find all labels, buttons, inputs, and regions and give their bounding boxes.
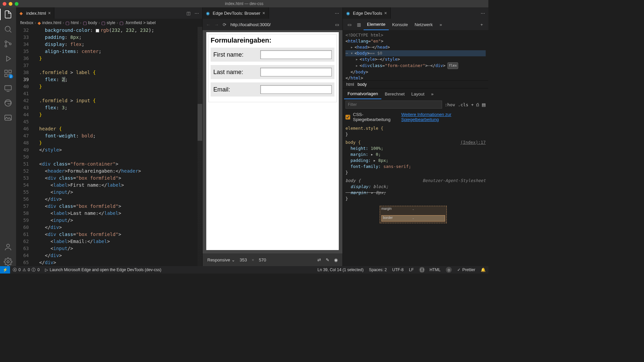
input-last[interactable] xyxy=(260,68,332,76)
css-mirror-link[interactable]: Weitere Informationen zur Spiegelbearbei… xyxy=(401,112,486,122)
css-mirror-checkbox[interactable] xyxy=(345,115,350,120)
chevron-down-icon: ⌄ xyxy=(231,257,235,262)
crumb-style[interactable]: style xyxy=(107,20,115,25)
more-tabs-icon[interactable]: » xyxy=(436,22,445,27)
status-prettier[interactable]: ✓ Prettier xyxy=(454,266,478,274)
stab-layout[interactable]: Layout xyxy=(408,88,428,99)
hov-toggle[interactable]: :hov xyxy=(445,102,455,107)
minimap[interactable] xyxy=(198,27,202,266)
debug-icon[interactable] xyxy=(4,54,12,63)
crumb-body[interactable]: body xyxy=(88,20,97,25)
inspect-icon[interactable]: ▭ xyxy=(345,22,354,27)
edge-icon[interactable] xyxy=(4,99,12,107)
input-first[interactable] xyxy=(260,50,332,59)
titlebar: index.html — dev-css xyxy=(0,0,488,7)
tab-devtools[interactable]: ◉ Edge DevTools × xyxy=(343,7,391,19)
edit-icon[interactable]: ✎ xyxy=(326,257,329,262)
dtab-elements[interactable]: Elemente xyxy=(364,19,389,30)
more-tabs-icon[interactable]: » xyxy=(428,88,437,99)
back-icon[interactable]: ← xyxy=(206,22,210,27)
width-value[interactable]: 353 xyxy=(240,257,247,262)
broadcast-icon: ◎ xyxy=(446,267,452,273)
explorer-icon[interactable] xyxy=(4,10,12,19)
css-rules[interactable]: element.style { } body {(Index):17 heigh… xyxy=(343,124,488,203)
rotate-icon[interactable]: ⇄ xyxy=(317,257,321,262)
gear-icon[interactable] xyxy=(4,257,12,266)
forward-icon[interactable]: → xyxy=(214,22,219,27)
window-title: index.html — dev-css xyxy=(225,1,264,6)
close-icon[interactable]: × xyxy=(262,10,265,16)
url-bar[interactable]: http://localhost:3000/ xyxy=(230,22,331,27)
account-icon[interactable] xyxy=(4,243,12,251)
extensions-icon[interactable]: 2 xyxy=(4,69,12,78)
eye-icon[interactable]: ◉ xyxy=(334,257,338,262)
reload-icon[interactable]: ⟳ xyxy=(223,22,226,27)
breadcrumbs[interactable]: flexbox› ◆ index.html› ▢ html› ▢ body› ▢… xyxy=(16,19,202,27)
close-icon[interactable]: × xyxy=(384,10,387,16)
tab-browser[interactable]: ◉ Edge DevTools: Browser × xyxy=(203,7,269,19)
status-encoding[interactable]: UTF-8 xyxy=(389,266,406,274)
stab-styles[interactable]: Formatvorlagen xyxy=(344,88,381,99)
source-control-icon[interactable] xyxy=(4,40,12,48)
remote-indicator[interactable]: ⚡ xyxy=(0,266,10,274)
dom-selected-body[interactable]: ⋯ ▾<body> == $0 xyxy=(345,50,486,56)
split-editor-icon[interactable]: ◫ xyxy=(186,11,191,16)
crumb-folder[interactable]: flexbox xyxy=(20,20,34,25)
status-problems[interactable]: ⓧ0 ⚠0 ⓘ0 xyxy=(10,266,42,274)
remote-extension-icon[interactable] xyxy=(4,84,12,93)
close-icon[interactable]: × xyxy=(48,10,51,16)
height-value[interactable]: 570 xyxy=(259,257,266,262)
activity-bar: 2 xyxy=(0,7,16,266)
formfield-last: Last name: xyxy=(211,65,334,79)
code-editor[interactable]: 3233343536373839404142434445464748495051… xyxy=(16,27,202,266)
preview-page[interactable]: Formulareingaben: First name: Last name:… xyxy=(206,32,339,250)
flex-badge[interactable]: flex xyxy=(447,62,458,69)
crumb-html[interactable]: html xyxy=(71,20,79,25)
source-link[interactable]: (Index):17 xyxy=(461,139,486,145)
device-icon[interactable]: ▥ xyxy=(354,22,364,27)
svg-rect-6 xyxy=(5,74,7,77)
more-icon[interactable]: ⋯ xyxy=(195,11,199,16)
dim-separator: × xyxy=(252,257,254,262)
responsive-dropdown[interactable]: Responsive ⌄ xyxy=(207,257,235,262)
dom-breadcrumb[interactable]: html body xyxy=(343,80,488,88)
minimap-thumb[interactable] xyxy=(198,104,202,141)
box-model[interactable]: margin - border - xyxy=(343,203,488,223)
print-icon[interactable]: ⎙ xyxy=(476,102,479,107)
more-icon[interactable]: ⋯ xyxy=(481,11,485,16)
crumb-selector[interactable]: .formfield > label xyxy=(125,20,156,25)
status-bell[interactable]: 🔔 xyxy=(478,266,488,274)
image-icon[interactable] xyxy=(4,113,12,122)
add-tab-icon[interactable]: + xyxy=(477,22,486,27)
add-rule-icon[interactable]: + xyxy=(471,102,474,107)
close-window-icon[interactable] xyxy=(3,2,6,6)
tab-index-html[interactable]: ◆ index.html × xyxy=(16,7,54,19)
edge-icon: ◉ xyxy=(206,11,211,16)
stab-computed[interactable]: Berechnet xyxy=(381,88,408,99)
panel-icon[interactable]: ▤ xyxy=(482,102,486,107)
dom-tree[interactable]: <!DOCTYPE html> <html lang="en"> ▸<head>… xyxy=(343,30,488,80)
status-launch[interactable]: ▷ Launch Microsoft Edge and open the Edg… xyxy=(42,266,164,274)
status-spaces[interactable]: Spaces: 2 xyxy=(366,266,389,274)
search-icon[interactable] xyxy=(4,25,12,34)
maximize-window-icon[interactable] xyxy=(15,2,18,6)
label-last: Last name: xyxy=(213,69,260,76)
code-lines[interactable]: background-color: rgb(232, 232, 232); pa… xyxy=(34,27,202,266)
status-eol[interactable]: LF xyxy=(406,266,416,274)
status-bar: ⚡ ⓧ0 ⚠0 ⓘ0 ▷ Launch Microsoft Edge and o… xyxy=(0,266,488,274)
minimize-window-icon[interactable] xyxy=(9,2,12,6)
info-icon: ⓘ xyxy=(32,267,36,273)
input-email[interactable] xyxy=(260,85,332,94)
dtab-network[interactable]: Netzwerk xyxy=(411,19,436,30)
more-icon[interactable]: ⋯ xyxy=(335,11,339,16)
browser-pane: ◉ Edge DevTools: Browser × ⋯ ← → ⟳ http:… xyxy=(203,7,343,266)
status-language[interactable]: {} HTML xyxy=(416,266,443,274)
crumb-file[interactable]: index.html xyxy=(42,20,61,25)
screencast-icon[interactable]: ▭ xyxy=(335,22,339,27)
filter-input[interactable] xyxy=(345,101,442,109)
cls-toggle[interactable]: .cls xyxy=(458,102,468,107)
dtab-console[interactable]: Konsole xyxy=(389,19,411,30)
tab-label: index.html xyxy=(26,11,46,16)
status-cursor[interactable]: Ln 39, Col 14 (1 selected) xyxy=(315,266,366,274)
status-port[interactable]: ◎ xyxy=(443,266,454,274)
